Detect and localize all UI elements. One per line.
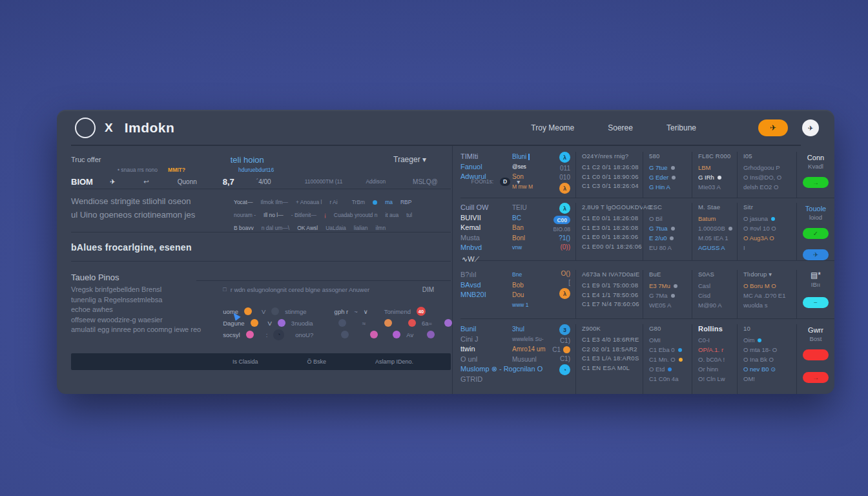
nav-item-1[interactable]: Troy Meome <box>531 123 574 132</box>
cell-text: O mta 18- O <box>743 346 777 353</box>
data-cell[interactable]: O nev B0 ⊙ <box>743 364 796 374</box>
action-button[interactable] <box>803 349 829 360</box>
cell-text: OM! <box>743 375 755 382</box>
data-cell[interactable]: G Hin A <box>649 182 692 192</box>
action-title: Touole <box>805 203 826 214</box>
subname-cell: TEIU <box>512 203 551 213</box>
action-button[interactable]: − <box>803 297 829 308</box>
details-text: Vregsk brinfgebellden Brensltunenlig a R… <box>71 282 223 348</box>
center-link[interactable]: teli hoion <box>101 155 393 165</box>
name-cell: O unl <box>460 355 512 365</box>
subname-cell: M mw M <box>512 182 551 192</box>
status-dot <box>771 217 775 221</box>
name-cell: Musta <box>460 233 512 243</box>
col-subnames: TEIUBCBanBonlvnw <box>512 203 551 260</box>
text-token: [ <box>568 279 570 286</box>
col-g: SitrO jasunaO #ovl 10 OO Aug3A OI <box>737 203 796 260</box>
subname-cell: @ses <box>512 162 551 172</box>
token-row: B boavvn dal um—\OK AwslUaLdaialialianil… <box>234 222 452 234</box>
status-dot <box>427 331 435 338</box>
nav-item-2[interactable]: Soeree <box>608 123 633 132</box>
name-cell[interactable]: MNB20I <box>460 290 512 300</box>
cell-text: O Ins@DO, O <box>743 174 781 181</box>
mini-table: Yocat—Ilmok Ilm—+ Anoaua lr AiTrBmmaRBPn… <box>234 194 452 232</box>
cell-text: O Ina Bk O <box>743 356 774 363</box>
text-token[interactable]: ↩ <box>143 178 149 185</box>
data-cell[interactable]: G 7tue <box>649 163 692 172</box>
cell-text: M.05 IEA 1 <box>698 234 728 242</box>
status-dot <box>244 307 252 315</box>
text-token[interactable]: socsyl <box>223 331 240 338</box>
data-cell: O mta 18- O <box>743 345 796 355</box>
text-token: Addison <box>366 178 386 185</box>
action-button[interactable]: ✈ <box>803 249 829 260</box>
subname-cell: Musuunl <box>512 355 551 365</box>
subname-cell: Ban <box>512 223 551 233</box>
status-dot <box>393 331 400 338</box>
cell-text: M@90 A <box>698 302 722 309</box>
logo-x-icon: X <box>105 121 113 135</box>
name-cell[interactable]: Mnbvd <box>460 243 512 253</box>
text-line: tunenlig a Regelnssetmlebsa <box>71 295 223 305</box>
column-header: Tlıdorup ▾ <box>743 270 796 281</box>
name-cell[interactable]: BAvsd <box>460 280 512 291</box>
cell-text: C1 Mn. O <box>649 356 676 363</box>
status-dot <box>672 176 676 180</box>
nav-item-3[interactable]: Teribune <box>666 123 696 132</box>
data-cell[interactable]: E 2/u0 <box>649 233 692 243</box>
column-header: I05 <box>743 152 796 163</box>
right-panel: TIMItiFanuolAdwurulBluni@sesSonM mw Mλ01… <box>452 146 834 394</box>
col-f: M. StaeBatum1.000S0BM.05 IEA 1AGUSS A <box>692 203 737 260</box>
data-cell[interactable]: AGUSS A <box>698 243 737 253</box>
text-token: nouram - <box>234 212 256 218</box>
column-header: Sitr <box>743 203 796 214</box>
footer-item[interactable]: Aslamp IDeno. <box>375 358 413 365</box>
data-cell: M.05 IEA 1 <box>698 233 737 243</box>
cell-text: Or hinn <box>698 366 718 373</box>
cell-text: C1 C0n 4a <box>649 375 678 382</box>
timestamp-cell: C1 E3 0/1 18:26:08 <box>582 223 643 233</box>
table-group: Cuill OWBUIVIIKemalMustaMnbvdTEIUBCBanBo… <box>460 198 834 260</box>
footer-item[interactable]: Ö Bske <box>307 358 326 365</box>
footer-item[interactable]: Is Clasida <box>232 358 258 365</box>
name-cell[interactable]: Bunil <box>460 324 512 335</box>
text-token[interactable]: BIOM <box>71 177 93 187</box>
data-cell: EU 80 A <box>649 243 692 253</box>
text-token: O() <box>561 270 570 277</box>
subname-cell[interactable]: Bluni <box>512 152 551 162</box>
action-button[interactable]: → <box>803 372 829 383</box>
sort-dropdown[interactable]: Traeger ▾ <box>393 155 426 164</box>
col-f: S0ASCaslCisdM@90 A <box>692 270 737 318</box>
text-token[interactable]: ✈ <box>110 178 115 185</box>
subname-cell[interactable]: Bne <box>512 270 551 280</box>
primary-action-button[interactable]: ✈ <box>758 119 788 136</box>
data-cell[interactable]: G 7tua <box>649 223 692 233</box>
text-token: Av <box>406 331 413 338</box>
cell-text: AGUSS A <box>698 244 725 251</box>
subname-cell: Son <box>512 172 551 182</box>
action-button[interactable]: → <box>803 177 829 188</box>
status-dot <box>373 200 377 205</box>
text-token[interactable]: Quonn <box>178 178 197 185</box>
name-cell[interactable]: Adwurul <box>460 172 512 182</box>
action-subtitle: IBıı <box>811 281 820 291</box>
cell-text: MC Aa .D?0 E1 <box>743 292 785 299</box>
data-cell: C1 Eba 0 <box>649 345 692 355</box>
subname-cell[interactable]: 3hul <box>512 324 551 335</box>
text-token[interactable]: Dagune <box>223 320 244 327</box>
cell-text: Cisd <box>698 292 710 299</box>
name-cell[interactable]: Muslomp ⊗ - Rogcnilan O <box>460 364 512 375</box>
text-token: 6a= <box>422 320 432 327</box>
text-token: C1 <box>552 346 561 353</box>
cell-text: Casl <box>698 282 710 289</box>
text-line: echoe awhes <box>71 305 223 315</box>
checkbox[interactable]: □ <box>223 286 226 293</box>
subname-cell[interactable]: vnw <box>512 243 551 253</box>
profile-button[interactable]: ✈ <box>802 119 819 136</box>
subname-cell[interactable]: BC <box>512 213 551 223</box>
data-cell[interactable]: G Eder <box>649 172 692 182</box>
subname-cell[interactable]: www 1 <box>512 300 551 311</box>
col-e: ESCO BilG 7tuaE 2/u0EU 80 A <box>643 203 692 260</box>
action-button[interactable]: ✓ <box>803 228 829 239</box>
name-cell[interactable]: Fanuol <box>460 162 512 172</box>
